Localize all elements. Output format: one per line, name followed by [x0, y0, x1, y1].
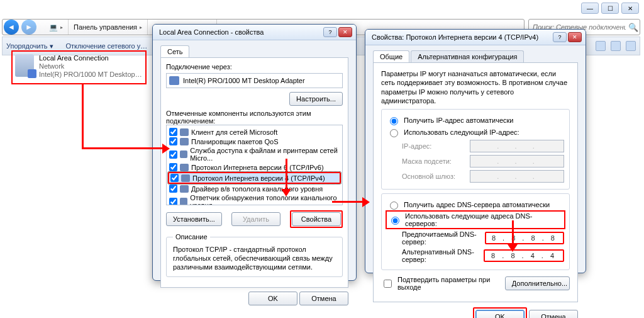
- advanced-button[interactable]: Дополнительно...: [505, 276, 570, 290]
- preferred-dns-field[interactable]: 8 . 8 . 8 . 8: [485, 232, 564, 244]
- preview-pane-icon[interactable]: [611, 41, 621, 51]
- lac-properties-dialog: Local Area Connection - свойства ? ✕ Сет…: [152, 24, 357, 281]
- connection-icon: [15, 54, 34, 77]
- sys-min-button[interactable]: —: [581, 3, 599, 14]
- help-icon[interactable]: [626, 41, 636, 51]
- lac-title: Local Area Connection - свойства: [159, 28, 322, 36]
- mask-field: . . .: [470, 155, 564, 168]
- components-label: Отмеченные компоненты используются этим …: [166, 110, 343, 125]
- adapter-icon: [169, 76, 179, 85]
- ipv4-title: Свойства: Протокол Интернета версии 4 (T…: [372, 33, 552, 41]
- install-button[interactable]: Установить...: [166, 212, 222, 226]
- component-icon: [180, 150, 187, 158]
- components-list[interactable]: Клиент для сетей Microsoft Планировщик п…: [166, 125, 343, 205]
- tab-network[interactable]: Сеть: [160, 45, 189, 57]
- lac-ok-button[interactable]: OK: [248, 292, 297, 305]
- connection-adapter: Intel(R) PRO/1000 MT Desktop Ad…: [39, 71, 143, 79]
- list-item: Драйвер в/в тополога канального уровня: [168, 184, 341, 193]
- sys-max-button[interactable]: ☐: [601, 3, 619, 14]
- description-text: Протокол TCP/IP - стандартный протокол г…: [173, 246, 336, 271]
- radio-manual-ip[interactable]: [390, 129, 398, 137]
- description-legend: Описание: [173, 233, 210, 241]
- list-item: Протокол Интернета версии 6 (TCP/IPv6): [168, 162, 341, 172]
- breadcrumb-icon[interactable]: 💻▸: [44, 20, 68, 35]
- configure-button[interactable]: Настроить...: [289, 92, 343, 106]
- list-item: Служба доступа к файлам и принтерам сете…: [168, 146, 341, 162]
- alternate-dns-field[interactable]: 8 . 8 . 4 . 4: [484, 249, 564, 262]
- nav-back-button[interactable]: ◄: [4, 20, 19, 35]
- component-icon: [180, 138, 189, 145]
- component-icon: [180, 128, 189, 136]
- view-icon[interactable]: [596, 41, 606, 51]
- ipv4-cancel-button[interactable]: Отмена: [529, 310, 578, 318]
- ipv4-close-button[interactable]: ✕: [568, 32, 582, 42]
- validate-checkbox[interactable]: [384, 280, 392, 288]
- alt-dns-label: Альтернативный DNS-сервер:: [402, 248, 484, 263]
- remove-button: Удалить: [231, 212, 280, 226]
- lac-help-button[interactable]: ?: [323, 27, 337, 37]
- lac-cancel-button[interactable]: Отмена: [299, 292, 348, 305]
- tab-general[interactable]: Общие: [373, 50, 409, 62]
- properties-button[interactable]: Свойства: [292, 212, 341, 226]
- ipv4-ok-button[interactable]: OK: [475, 310, 525, 318]
- gateway-field: . . .: [470, 170, 564, 183]
- intro-text: Параметры IP могут назначаться автоматич…: [381, 69, 570, 105]
- sys-close-button[interactable]: ✕: [621, 3, 639, 14]
- ip-label: IP-адрес:: [402, 142, 431, 150]
- mask-label: Маска подсети:: [402, 157, 452, 165]
- list-item: Клиент для сетей Microsoft: [168, 127, 341, 137]
- tab-alt-config[interactable]: Альтернативная конфигурация: [411, 50, 524, 62]
- pref-dns-label: Предпочитаемый DNS-сервер:: [402, 230, 485, 246]
- system-window-buttons: — ☐ ✕: [581, 3, 639, 14]
- disable-device-button[interactable]: Отключение сетевого у…: [66, 42, 148, 50]
- connection-status: Network: [39, 62, 143, 71]
- component-icon: [180, 164, 189, 171]
- component-icon: [181, 174, 190, 182]
- connection-name: Local Area Connection: [39, 54, 143, 62]
- radio-auto-ip[interactable]: [390, 117, 398, 125]
- adapter-name: Intel(R) PRO/1000 MT Desktop Adapter: [183, 77, 305, 84]
- component-icon: [180, 185, 189, 193]
- list-item: Планировщик пакетов QoS: [168, 137, 341, 146]
- organize-menu[interactable]: Упорядочить ▾: [6, 42, 53, 50]
- ip-field: . . .: [470, 140, 564, 152]
- network-icon: 💻: [49, 23, 58, 31]
- breadcrumb-1[interactable]: Панель управления▸: [68, 20, 147, 35]
- search-icon: 🔍: [627, 23, 640, 32]
- list-item-tcpipv4[interactable]: Протокол Интернета версии 4 (TCP/IPv4): [168, 172, 341, 184]
- lac-close-button[interactable]: ✕: [338, 27, 352, 37]
- connection-tile[interactable]: Local Area Connection Network Intel(R) P…: [11, 50, 147, 84]
- radio-manual-dns[interactable]: [391, 217, 399, 225]
- nav-fwd-button[interactable]: ►: [21, 20, 36, 35]
- radio-auto-dns[interactable]: [390, 202, 398, 210]
- gw-label: Основной шлюз:: [402, 173, 455, 180]
- ipv4-help-button[interactable]: ?: [553, 32, 567, 42]
- ipv4-properties-dialog: Свойства: Протокол Интернета версии 4 (T…: [365, 29, 586, 273]
- component-icon: [180, 198, 187, 205]
- connect-via-label: Подключение через:: [166, 63, 343, 71]
- list-item: Ответчик обнаружения топологии канальног…: [168, 193, 341, 205]
